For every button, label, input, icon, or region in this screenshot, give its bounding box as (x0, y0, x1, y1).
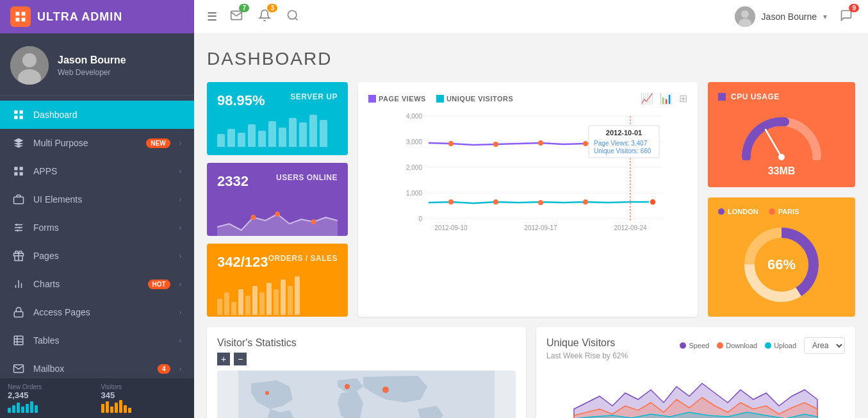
download-legend: Download (717, 342, 757, 349)
table-view-icon[interactable]: ⊞ (679, 92, 687, 104)
user-dropdown-arrow: ▾ (823, 12, 827, 21)
sidebar-item-mailbox[interactable]: Mailbox 4 › (0, 355, 194, 378)
sidebar-item-dashboard[interactable]: Dashboard (0, 101, 194, 129)
download-dot (717, 342, 723, 349)
topbar-user[interactable]: Jason Bourne ▾ (735, 6, 827, 27)
new-orders-mini-chart (8, 400, 94, 413)
sidebar-brand: ULTRA ADMIN (0, 0, 194, 33)
sidebar-item-tables[interactable]: Tables › (0, 326, 194, 355)
hamburger-icon[interactable]: ☰ (207, 10, 217, 24)
svg-point-21 (17, 230, 19, 231)
trend-icon[interactable]: 📈 (641, 92, 653, 104)
server-value: 98.95% (217, 92, 265, 109)
world-map (217, 371, 516, 418)
content-area: DASHBOARD 98.95% SERVER UP (194, 33, 868, 418)
sidebar-item-charts[interactable]: Charts HOT › (0, 270, 194, 298)
visitors-value: 345 (101, 390, 187, 400)
sidebar-item-label: APPS (33, 166, 170, 176)
briefcase-icon (13, 194, 24, 205)
mail-icon (13, 363, 24, 374)
cpu-dot (718, 93, 726, 101)
orders-label: ORDERS / SALES (268, 254, 338, 263)
users-online-card: 2332 USERS ONLINE (207, 163, 348, 236)
topbar-avatar (735, 6, 755, 27)
gift-icon (13, 250, 24, 262)
sidebar-item-label: Tables (33, 335, 170, 346)
nav-badge-new: NEW (146, 138, 170, 148)
bar-view-icon[interactable]: 📊 (660, 92, 673, 104)
cpu-usage-card: CPU USAGE (708, 82, 855, 187)
svg-rect-8 (20, 110, 23, 113)
svg-rect-10 (20, 116, 23, 119)
dashboard-icon (13, 109, 24, 121)
chat-button[interactable]: 9 (837, 6, 855, 28)
svg-rect-11 (14, 167, 17, 170)
sidebar-user-role: Web Developer (58, 68, 126, 77)
cpu-value: 33MB (718, 165, 845, 177)
svg-text:4,000: 4,000 (406, 113, 422, 120)
sidebar-item-forms[interactable]: Forms › (0, 213, 194, 242)
map-zoom-out[interactable]: − (234, 353, 247, 365)
sidebar-item-label: Forms (33, 222, 170, 233)
users-widget-top: 2332 USERS ONLINE (217, 173, 338, 190)
unique-visitors-title: Unique Visitors (546, 337, 628, 349)
sidebar-item-multipurpose[interactable]: Multi Purpose NEW › (0, 129, 194, 157)
svg-rect-14 (20, 172, 23, 176)
users-value: 2332 (217, 173, 249, 190)
email-button[interactable]: 7 (227, 6, 245, 28)
upload-legend: Upload (765, 342, 796, 349)
topbar: ☰ 7 3 Jason Bo (194, 0, 868, 33)
svg-point-74 (265, 391, 269, 395)
paris-dot (769, 208, 775, 215)
svg-rect-7 (14, 110, 17, 113)
svg-rect-15 (14, 197, 24, 204)
right-panel: CPU USAGE (708, 82, 855, 317)
svg-text:2012-10-01: 2012-10-01 (606, 129, 642, 137)
nav-badge-hot: HOT (148, 280, 170, 289)
svg-rect-0 (16, 12, 20, 16)
svg-point-20 (19, 227, 20, 229)
chevron-right-icon: › (179, 196, 181, 203)
svg-point-33 (741, 10, 749, 18)
sidebar-user: Jason Bourne Web Developer (0, 33, 194, 96)
sidebar-item-apps[interactable]: APPS › (0, 157, 194, 185)
svg-point-49 (493, 142, 498, 147)
map-zoom-in[interactable]: + (217, 353, 230, 365)
svg-rect-9 (14, 116, 17, 119)
svg-point-56 (583, 199, 588, 205)
search-button[interactable] (284, 6, 302, 28)
svg-point-36 (275, 212, 280, 217)
bell-button[interactable]: 3 (256, 6, 274, 28)
svg-point-51 (583, 141, 588, 146)
chevron-right-icon: › (179, 337, 181, 344)
chart-type-select[interactable]: Area Line Bar (804, 337, 845, 354)
chat-badge: 9 (849, 4, 859, 12)
london-dot (718, 208, 725, 215)
svg-point-48 (448, 141, 454, 146)
visitors-mini-chart (101, 400, 187, 413)
sidebar-item-label: UI Elements (33, 194, 170, 205)
unique-visitors-panel: Unique Visitors Last Week Rise by 62% Sp… (536, 327, 855, 418)
london-label: LONDON (728, 208, 758, 215)
sidebar-item-ui-elements[interactable]: UI Elements › (0, 185, 194, 213)
gauge-container (718, 109, 845, 160)
sidebar-item-pages[interactable]: Pages › (0, 242, 194, 270)
svg-text:3,000: 3,000 (406, 138, 422, 146)
world-map-svg (217, 371, 516, 418)
chevron-right-icon: › (179, 224, 181, 231)
svg-point-53 (448, 199, 454, 205)
paris-legend: PARIS (769, 208, 799, 215)
sidebar-nav: Dashboard Multi Purpose NEW › APPS › (0, 96, 194, 378)
svg-text:2012-09-17: 2012-09-17 (524, 224, 557, 231)
bell-badge: 3 (267, 4, 277, 12)
paris-label: PARIS (778, 208, 799, 215)
new-orders-value: 2,345 (8, 390, 94, 400)
table-icon (13, 335, 24, 346)
lp-legend-row: LONDON PARIS (718, 208, 845, 215)
sidebar-item-access-pages[interactable]: Access Pages › (0, 298, 194, 326)
svg-rect-26 (14, 336, 23, 345)
svg-line-31 (295, 17, 298, 20)
sidebar-footer: New Orders 2,345 Visitors 345 (0, 378, 194, 418)
mini-area-svg (546, 371, 845, 418)
svg-point-67 (778, 154, 785, 160)
